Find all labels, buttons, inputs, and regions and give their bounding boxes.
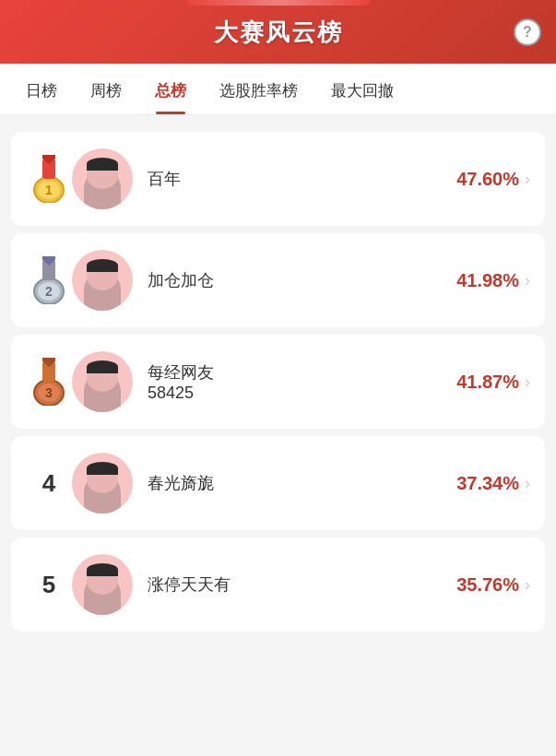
rank-badge-3: 3 xyxy=(26,358,72,406)
ranking-list: 1 百年 47.60% › xyxy=(0,115,556,648)
ranking-item-2[interactable]: 2 加仓加仓 41.98% › xyxy=(11,233,545,327)
score-area-3: 41.87% › xyxy=(456,372,530,393)
tab-weekly[interactable]: 周榜 xyxy=(74,64,138,114)
avatar-2 xyxy=(72,250,133,311)
avatar-4 xyxy=(72,453,133,514)
rank-badge-1: 1 xyxy=(26,155,72,203)
svg-text:2: 2 xyxy=(45,284,53,299)
avatar-3 xyxy=(72,351,133,412)
medal-bronze-icon: 3 xyxy=(29,358,69,406)
chevron-3: › xyxy=(525,372,530,392)
chevron-5: › xyxy=(525,575,530,595)
rank-badge-5: 5 xyxy=(26,571,72,599)
user-name-4: 春光旖旎 xyxy=(148,472,456,494)
svg-text:1: 1 xyxy=(45,183,53,197)
rank-number-4: 4 xyxy=(42,469,55,498)
rank-badge-2: 2 xyxy=(26,256,72,304)
user-name-2: 加仓加仓 xyxy=(148,269,456,291)
score-area-2: 41.98% › xyxy=(456,270,530,291)
user-name-3: 每经网友 58425 xyxy=(148,361,456,403)
help-button[interactable]: ? xyxy=(514,18,541,46)
user-name-5: 涨停天天有 xyxy=(148,573,456,596)
ranking-item-5[interactable]: 5 涨停天天有 35.76% › xyxy=(11,537,545,632)
ranking-item-3[interactable]: 3 每经网友 58425 41.87% › xyxy=(11,335,545,429)
ranking-item-1[interactable]: 1 百年 47.60% › xyxy=(11,132,545,226)
avatar-1 xyxy=(72,148,133,209)
tab-total[interactable]: 总榜 xyxy=(138,64,203,114)
score-1: 47.60% xyxy=(456,169,519,190)
avatar-5 xyxy=(72,554,133,615)
score-2: 41.98% xyxy=(456,270,519,291)
score-3: 41.87% xyxy=(456,372,519,393)
user-name-1: 百年 xyxy=(148,168,456,190)
tab-bar: 日榜 周榜 总榜 选股胜率榜 最大回撤 xyxy=(0,64,556,115)
chevron-4: › xyxy=(525,474,530,493)
score-area-4: 37.34% › xyxy=(456,473,530,494)
svg-text:3: 3 xyxy=(45,385,53,400)
ranking-item-4[interactable]: 4 春光旖旎 37.34% › xyxy=(11,436,545,530)
header-banner: 大赛风云榜 ? xyxy=(0,0,556,64)
chevron-2: › xyxy=(525,271,530,290)
tab-maxreturn[interactable]: 最大回撤 xyxy=(314,64,410,114)
medal-gold-icon: 1 xyxy=(29,155,69,203)
tab-daily[interactable]: 日榜 xyxy=(9,64,74,114)
score-5: 35.76% xyxy=(456,574,519,596)
score-area-5: 35.76% › xyxy=(456,574,530,596)
score-4: 37.34% xyxy=(456,473,519,494)
rank-badge-4: 4 xyxy=(26,469,72,498)
tab-winrate[interactable]: 选股胜率榜 xyxy=(203,64,314,114)
medal-silver-icon: 2 xyxy=(29,256,69,304)
page-title: 大赛风云榜 xyxy=(214,18,343,46)
score-area-1: 47.60% › xyxy=(456,169,530,190)
chevron-1: › xyxy=(525,170,530,189)
rank-number-5: 5 xyxy=(42,571,55,599)
